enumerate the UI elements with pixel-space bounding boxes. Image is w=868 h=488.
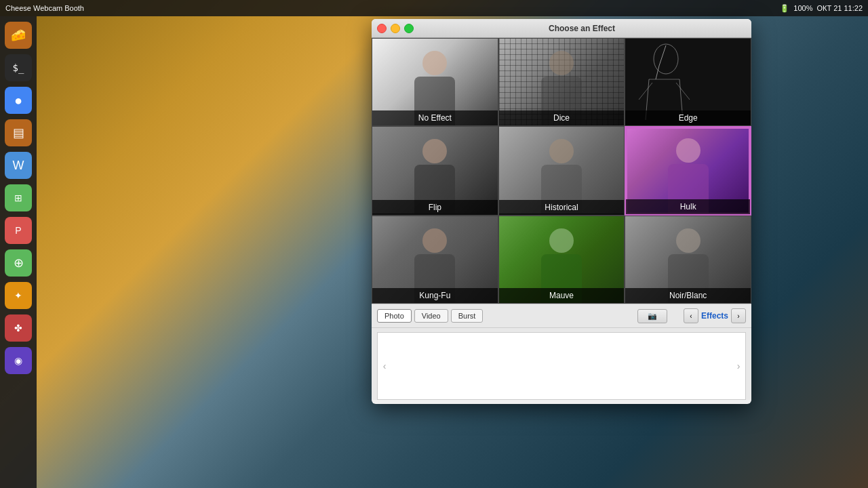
svg-point-2: [654, 44, 678, 74]
effect-label-kungfu: Kung-Fu: [372, 288, 498, 303]
effect-label-edge: Edge: [625, 110, 751, 125]
effects-next-button[interactable]: ›: [731, 308, 746, 323]
effect-label-dice: Dice: [499, 110, 625, 125]
sidebar-icon-terminal[interactable]: $_: [5, 54, 32, 81]
effect-cell-mauve[interactable]: Mauve: [498, 216, 625, 304]
effect-label-flip: Flip: [372, 200, 498, 215]
svg-line-0: [659, 45, 666, 66]
tab-photo[interactable]: Photo: [377, 309, 412, 323]
sidebar-icon-chrome[interactable]: ●: [5, 87, 32, 114]
capture-button[interactable]: 📷: [637, 309, 667, 323]
sidebar-icon-extra1[interactable]: ✦: [5, 282, 32, 309]
window-maximize-button[interactable]: [404, 24, 414, 33]
clock: ОКТ 21 11:22: [816, 4, 863, 12]
effect-label-mauve: Mauve: [499, 288, 625, 303]
effects-prev-button[interactable]: ‹: [684, 308, 698, 323]
effect-cell-flip[interactable]: Flip: [372, 126, 498, 216]
strip-prev-button[interactable]: ‹: [378, 333, 391, 399]
sidebar-icon-writer[interactable]: W: [5, 152, 32, 179]
effect-cell-noir[interactable]: Noir/Blanc: [625, 216, 751, 304]
taskbar-right: 🔋 100% ОКТ 21 11:22: [780, 4, 863, 13]
effects-navigation: ‹ Effects ›: [684, 308, 746, 323]
tab-video[interactable]: Video: [414, 309, 448, 323]
sidebar: 🧀 $_ ● ▤ W ⊞ P ⊕ ✦ ✤ ◉: [0, 16, 37, 488]
sidebar-icon-impress[interactable]: P: [5, 217, 32, 244]
effect-label-noir: Noir/Blanc: [625, 288, 751, 303]
sidebar-icon-files[interactable]: ▤: [5, 119, 32, 146]
battery-percent: 100%: [793, 4, 812, 12]
svg-line-7: [676, 83, 690, 100]
sidebar-icon-globe[interactable]: ⊕: [5, 249, 32, 277]
effect-cell-kungfu[interactable]: Kung-Fu: [372, 216, 498, 304]
sidebar-icon-cheese[interactable]: 🧀: [5, 22, 32, 49]
window-close-button[interactable]: [377, 24, 387, 33]
camera-icon: 📷: [648, 312, 657, 321]
effect-cell-historical[interactable]: Historical: [498, 126, 625, 216]
sidebar-icon-calc[interactable]: ⊞: [5, 184, 32, 211]
effects-nav-label[interactable]: Effects: [701, 311, 728, 321]
taskbar-top: Cheese Webcam Booth 🔋 100% ОКТ 21 11:22: [0, 0, 868, 16]
strip-next-button[interactable]: ›: [732, 333, 745, 399]
effect-cell-dice[interactable]: Dice: [498, 38, 625, 126]
effect-label-hulk: Hulk: [626, 199, 750, 214]
window-titlebar: Choose an Effect: [372, 19, 751, 38]
choose-effect-window: Choose an Effect No Effect Dice: [372, 19, 751, 404]
preview-strip: ‹ ›: [377, 332, 746, 400]
effect-label-historical: Historical: [499, 200, 625, 215]
sidebar-icon-extra2[interactable]: ✤: [5, 314, 32, 342]
taskbar-left: Cheese Webcam Booth: [5, 4, 84, 12]
window-title: Choose an Effect: [418, 24, 746, 33]
effect-cell-edge[interactable]: Edge: [625, 38, 751, 126]
battery-indicator: 🔋: [780, 4, 789, 13]
window-bottom: Photo Video Burst 📷 ‹ Effects › ‹ ›: [372, 304, 751, 400]
svg-line-6: [639, 83, 652, 100]
effect-label-no-effect: No Effect: [372, 110, 498, 125]
tab-burst[interactable]: Burst: [451, 309, 484, 323]
effect-cell-hulk[interactable]: Hulk: [625, 126, 751, 216]
window-minimize-button[interactable]: [391, 24, 400, 33]
sidebar-icon-extra3[interactable]: ◉: [5, 347, 32, 374]
mode-tabs-bar: Photo Video Burst 📷 ‹ Effects ›: [372, 304, 751, 328]
effects-grid: No Effect Dice: [372, 38, 751, 304]
effect-cell-no-effect[interactable]: No Effect: [372, 38, 498, 126]
app-title: Cheese Webcam Booth: [5, 4, 84, 12]
